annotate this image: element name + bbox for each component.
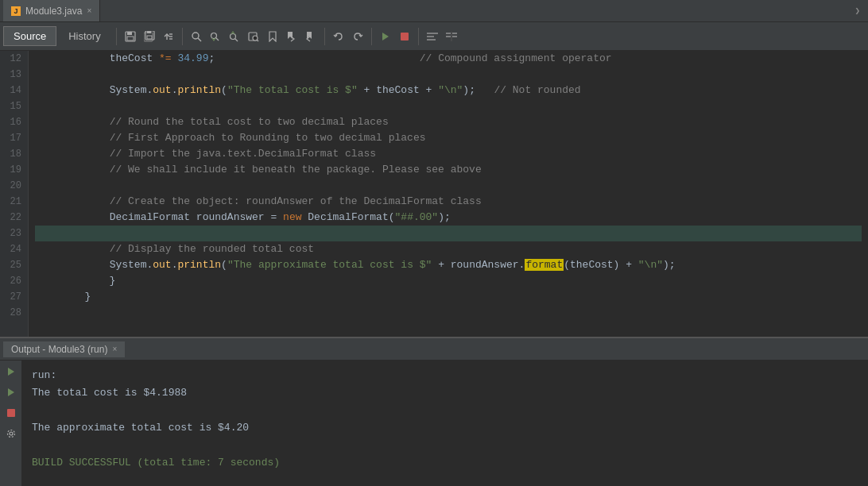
toolbar-separator-3 <box>324 28 325 45</box>
toolbar-btn-undo[interactable] <box>330 28 347 45</box>
toolbar-btn-find-next[interactable] <box>226 28 243 45</box>
toolbar-btn-run[interactable] <box>377 28 394 45</box>
output-container: Output - Module3 (run) × run: The <box>0 337 868 486</box>
toolbar-btn-refactor[interactable] <box>160 28 177 45</box>
line-num-27: 27 <box>6 289 21 305</box>
code-line-23 <box>35 226 862 241</box>
output-tab-label: Output - Module3 (run) <box>11 344 107 355</box>
toolbar-btn-next-bookmark[interactable] <box>302 28 320 45</box>
code-line-26: } <box>35 273 862 289</box>
output-tab[interactable]: Output - Module3 (run) × <box>3 341 125 357</box>
svg-line-16 <box>234 38 238 41</box>
line-num-23: 23 <box>6 226 21 241</box>
toolbar-btn-find-usages[interactable] <box>245 28 262 45</box>
svg-marker-20 <box>382 33 389 40</box>
svg-point-33 <box>10 432 13 435</box>
output-line-blank-2 <box>32 437 858 454</box>
svg-point-11 <box>192 33 199 39</box>
svg-marker-30 <box>8 368 14 376</box>
toolbar-btn-diff[interactable] <box>443 28 460 45</box>
toolbar-separator-1 <box>116 28 117 45</box>
file-tab-label: Module3.java <box>25 6 82 17</box>
title-bar: J Module3.java × ❯ <box>0 0 868 22</box>
line-num-20: 20 <box>6 178 21 194</box>
svg-marker-31 <box>8 388 14 396</box>
code-line-17: // First Approach to Rounding to two dec… <box>35 130 862 146</box>
editor-container: 12 13 14 15 16 17 18 19 20 21 22 23 24 2… <box>0 51 868 337</box>
line-num-19: 19 <box>6 162 21 178</box>
line-numbers: 12 13 14 15 16 17 18 19 20 21 22 23 24 2… <box>0 51 29 337</box>
line-num-18: 18 <box>6 146 21 162</box>
output-body: run: The total cost is $4.1988 The appro… <box>0 361 868 486</box>
svg-rect-2 <box>127 37 134 40</box>
svg-point-13 <box>211 33 216 38</box>
output-line-build: BUILD SUCCESSFUL (total time: 7 seconds) <box>32 454 858 472</box>
toolbar-btn-save[interactable] <box>122 28 139 45</box>
output-line-1: The total cost is $4.1988 <box>32 384 858 402</box>
line-num-28: 28 <box>6 305 21 321</box>
line-num-15: 15 <box>6 98 21 114</box>
line-num-25: 25 <box>6 257 21 273</box>
code-area[interactable]: theCost *= 34.99; // Compound assignment… <box>29 51 868 337</box>
toolbar: Source History <box>0 22 868 51</box>
svg-rect-21 <box>401 33 409 40</box>
file-tab-close[interactable]: × <box>87 6 91 15</box>
line-num-13: 13 <box>6 67 21 83</box>
svg-rect-6 <box>147 36 152 39</box>
stop-output-btn[interactable] <box>3 405 19 421</box>
code-line-20 <box>35 178 862 194</box>
code-line-13 <box>35 67 862 83</box>
toolbar-btn-save-all[interactable] <box>141 28 158 45</box>
toolbar-separator-5 <box>418 28 419 45</box>
toolbar-btn-toggle-bookmark[interactable] <box>264 28 281 45</box>
code-line-12: theCost *= 34.99; // Compound assignment… <box>35 51 862 67</box>
line-num-12: 12 <box>6 51 21 67</box>
svg-point-15 <box>230 33 235 39</box>
code-line-16: // Round the total cost to two decimal p… <box>35 114 862 130</box>
line-num-22: 22 <box>6 210 21 226</box>
line-num-26: 26 <box>6 273 21 289</box>
code-line-14: System.out.println("The total cost is $"… <box>35 83 862 98</box>
output-line-blank-1 <box>32 402 858 419</box>
code-line-15 <box>35 98 862 114</box>
svg-rect-32 <box>7 409 15 417</box>
output-sidebar <box>0 361 22 486</box>
line-num-16: 16 <box>6 114 21 130</box>
output-line-run: run: <box>32 367 858 384</box>
line-num-14: 14 <box>6 83 21 98</box>
code-line-18: // Import the java.text.DecimalFormat cl… <box>35 146 862 162</box>
code-line-25: System.out.println("The approximate tota… <box>35 257 862 273</box>
file-tab[interactable]: J Module3.java × <box>3 0 100 21</box>
toolbar-btn-redo[interactable] <box>349 28 366 45</box>
svg-rect-1 <box>127 32 132 35</box>
toolbar-separator-4 <box>371 28 372 45</box>
run-output-btn-2[interactable] <box>3 384 19 400</box>
code-line-27: } <box>35 289 862 305</box>
toolbar-btn-stop[interactable] <box>396 28 413 45</box>
toolbar-btn-format[interactable] <box>424 28 441 45</box>
settings-output-btn[interactable] <box>3 426 19 442</box>
svg-point-34 <box>7 430 14 438</box>
history-tab[interactable]: History <box>58 26 110 46</box>
svg-line-12 <box>198 38 201 41</box>
line-num-21: 21 <box>6 194 21 210</box>
code-line-19: // We shall include it beneath the packa… <box>35 162 862 178</box>
collapse-icon[interactable]: ❯ <box>850 6 865 16</box>
toolbar-btn-prev-bookmark[interactable] <box>283 28 300 45</box>
line-num-24: 24 <box>6 241 21 257</box>
code-line-28 <box>35 305 862 321</box>
output-content[interactable]: run: The total cost is $4.1988 The appro… <box>22 361 868 486</box>
output-line-2: The approximate total cost is $4.20 <box>32 419 858 437</box>
code-line-22: DecimalFormat roundAnswer = new DecimalF… <box>35 210 862 226</box>
run-output-btn[interactable] <box>3 364 19 380</box>
output-title-bar: Output - Module3 (run) × <box>0 338 868 361</box>
code-line-21: // Create the object: roundAnswer of the… <box>35 194 862 210</box>
java-file-icon: J <box>11 6 21 16</box>
output-tab-close[interactable]: × <box>112 345 117 353</box>
svg-line-14 <box>215 37 219 40</box>
source-tab[interactable]: Source <box>3 26 56 46</box>
svg-line-19 <box>257 40 258 41</box>
code-line-24: // Display the rounded total cost <box>35 241 862 257</box>
toolbar-btn-search[interactable] <box>188 28 205 45</box>
toolbar-btn-find-prev[interactable] <box>207 28 224 45</box>
